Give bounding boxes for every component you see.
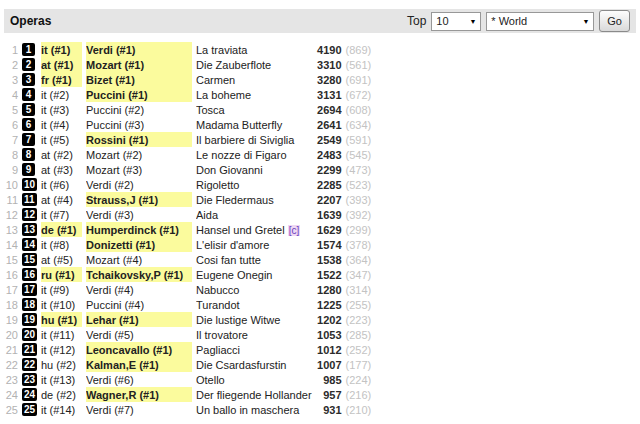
secondary-count: (252) [342, 342, 380, 357]
opera-title-cell: Otello [196, 372, 312, 387]
table-row: 4 4 it (#2) Puccini (#1) La boheme 3131 … [4, 87, 380, 102]
rank-badge-cell: 3 [22, 72, 41, 87]
performance-count: 1639 [312, 207, 342, 222]
opera-title-cell: Un ballo in maschera [196, 402, 312, 417]
row-index: 23 [4, 372, 22, 387]
country-cell: at (#1) [41, 57, 86, 72]
performance-count: 957 [312, 387, 342, 402]
opera-title-cell: La traviata [196, 42, 312, 57]
secondary-count: (299) [342, 222, 380, 237]
table-row: 12 12 it (#7) Verdi (#3) Aida 1639 (392) [4, 207, 380, 222]
rank-badge: 23 [22, 373, 37, 386]
table-row: 5 5 it (#3) Puccini (#2) Tosca 2694 (608… [4, 102, 380, 117]
rank-badge-cell: 2 [22, 57, 41, 72]
rank-badge-cell: 5 [22, 102, 41, 117]
country-cell: hu (#2) [41, 357, 86, 372]
rank-badge-cell: 1 [22, 42, 41, 57]
rank-badge-cell: 13 [22, 222, 41, 237]
performance-count: 931 [312, 402, 342, 417]
rank-badge: 3 [22, 73, 35, 86]
composer-cell: Mozart (#4) [86, 252, 196, 267]
performance-count: 3280 [312, 72, 342, 87]
composer-cell: Mozart (#2) [86, 147, 196, 162]
secondary-count: (347) [342, 267, 380, 282]
rank-badge-cell: 11 [22, 192, 41, 207]
composer-cell: Verdi (#3) [86, 207, 196, 222]
opera-title-cell: Hansel und Gretel[c] [196, 222, 312, 237]
opera-title-cell: Pagliacci [196, 342, 312, 357]
composer-cell: Verdi (#7) [86, 402, 196, 417]
country-cell: it (#11) [41, 327, 86, 342]
rank-badge-cell: 9 [22, 162, 41, 177]
rank-badge: 13 [22, 223, 37, 236]
country-cell: it (#1) [41, 42, 86, 57]
rank-badge-cell: 24 [22, 387, 41, 402]
opera-title-cell: Le nozze di Figaro [196, 147, 312, 162]
secondary-count: (224) [342, 372, 380, 387]
secondary-count: (393) [342, 192, 380, 207]
row-index: 15 [4, 252, 22, 267]
secondary-count: (223) [342, 312, 380, 327]
country-cell: it (#13) [41, 372, 86, 387]
table-row: 13 13 de (#1) Humperdinck (#1) Hansel un… [4, 222, 380, 237]
table-row: 25 25 it (#14) Verdi (#7) Un ballo in ma… [4, 402, 380, 417]
opera-title-cell: Eugene Onegin [196, 267, 312, 282]
performance-count: 1522 [312, 267, 342, 282]
children-version-badge[interactable]: [c] [288, 225, 301, 236]
opera-title-cell: Die Csardasfurstin [196, 357, 312, 372]
country-cell: at (#2) [41, 147, 86, 162]
rank-badge-cell: 20 [22, 327, 41, 342]
rank-badge: 11 [22, 193, 37, 206]
composer-cell: Leoncavallo (#1) [86, 342, 196, 357]
region-select[interactable]: * World ▼ [486, 12, 594, 31]
secondary-count: (591) [342, 132, 380, 147]
opera-title-cell: Turandot [196, 297, 312, 312]
opera-title-cell: Tosca [196, 102, 312, 117]
row-index: 20 [4, 327, 22, 342]
opera-title-cell: Die lustige Witwe [196, 312, 312, 327]
secondary-count: (314) [342, 282, 380, 297]
composer-cell: Puccini (#2) [86, 102, 196, 117]
secondary-count: (216) [342, 387, 380, 402]
row-index: 25 [4, 402, 22, 417]
table-row: 16 16 ru (#1) Tchaikovsky,P (#1) Eugene … [4, 267, 380, 282]
row-index: 11 [4, 192, 22, 207]
row-index: 22 [4, 357, 22, 372]
table-row: 9 9 at (#3) Mozart (#3) Don Giovanni 229… [4, 162, 380, 177]
rank-badge-cell: 23 [22, 372, 41, 387]
secondary-count: (177) [342, 357, 380, 372]
composer-cell: Lehar (#1) [86, 312, 196, 327]
rank-badge-cell: 14 [22, 237, 41, 252]
performance-count: 1538 [312, 252, 342, 267]
table-row: 17 17 it (#9) Verdi (#4) Nabucco 1280 (3… [4, 282, 380, 297]
go-button[interactable]: Go [599, 10, 630, 32]
country-cell: it (#6) [41, 177, 86, 192]
table-row: 11 11 at (#4) Strauss,J (#1) Die Flederm… [4, 192, 380, 207]
row-index: 1 [4, 42, 22, 57]
region-value: * World [491, 15, 527, 27]
secondary-count: (255) [342, 297, 380, 312]
opera-table-body: 1 1 it (#1) Verdi (#1) La traviata 4190 … [4, 42, 380, 417]
opera-title-cell: Il trovatore [196, 327, 312, 342]
country-cell: it (#9) [41, 282, 86, 297]
performance-count: 2299 [312, 162, 342, 177]
secondary-count: (869) [342, 42, 380, 57]
performance-count: 3310 [312, 57, 342, 72]
rank-badge: 14 [22, 238, 37, 251]
rank-badge: 16 [22, 268, 37, 281]
row-index: 12 [4, 207, 22, 222]
country-cell: at (#5) [41, 252, 86, 267]
composer-cell: Mozart (#3) [86, 162, 196, 177]
rank-badge: 25 [22, 403, 37, 416]
country-cell: it (#12) [41, 342, 86, 357]
top-count-select[interactable]: 10 ▼ [431, 12, 481, 31]
performance-count: 985 [312, 372, 342, 387]
table-row: 14 14 it (#8) Donizetti (#1) L'elisir d'… [4, 237, 380, 252]
rank-badge: 7 [22, 133, 35, 146]
row-index: 17 [4, 282, 22, 297]
composer-cell: Tchaikovsky,P (#1) [86, 267, 196, 282]
operas-ranking-table: 1 1 it (#1) Verdi (#1) La traviata 4190 … [4, 42, 380, 417]
rank-badge: 12 [22, 208, 37, 221]
performance-count: 1012 [312, 342, 342, 357]
composer-cell: Strauss,J (#1) [86, 192, 196, 207]
